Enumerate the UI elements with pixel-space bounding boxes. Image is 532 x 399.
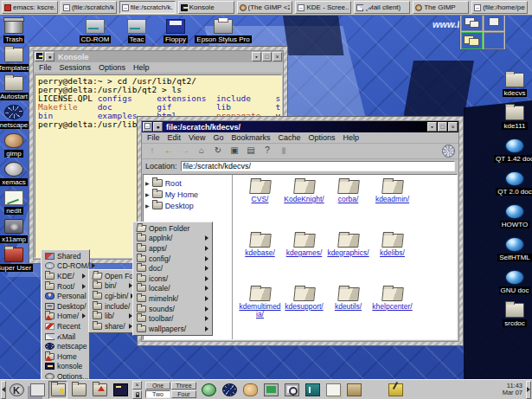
- menu-options[interactable]: Options: [308, 133, 335, 142]
- taskbar-button[interactable]: (Mail client): [354, 1, 410, 14]
- folder-item[interactable]: kdeadmin/: [370, 180, 414, 232]
- menu-item-personal[interactable]: Personal: [42, 291, 88, 301]
- menu-options[interactable]: Options: [99, 63, 125, 72]
- taskbar-button[interactable]: The GIMP: [413, 1, 469, 14]
- pager-desktop-two[interactable]: [461, 32, 483, 49]
- paste-icon[interactable]: ▤: [244, 145, 258, 158]
- help-icon[interactable]: ?: [260, 145, 274, 158]
- help-book-icon[interactable]: [303, 381, 322, 399]
- menu-item-open-folder[interactable]: Open Folder: [90, 271, 135, 281]
- menu-item-lib-[interactable]: lib/: [90, 311, 135, 321]
- menu-item-include-[interactable]: include/: [90, 301, 135, 312]
- taskbar-button[interactable]: file:/scratch/k...: [119, 1, 176, 14]
- menu-sessions[interactable]: Sessions: [60, 63, 92, 72]
- minimize-button[interactable]: ▪: [252, 52, 261, 61]
- menu-help[interactable]: Help: [343, 133, 359, 142]
- menu-item-desktop-[interactable]: Desktop/: [42, 301, 88, 312]
- folder-link[interactable]: CVS/: [252, 196, 269, 203]
- maximize-button[interactable]: □: [262, 52, 272, 61]
- menu-item-recent[interactable]: Recent: [42, 321, 88, 331]
- desktop-icon-srcdoc[interactable]: srcdoc: [489, 303, 532, 327]
- pager-button-three[interactable]: Three: [171, 382, 196, 389]
- folder-item[interactable]: kdelibs/: [370, 234, 414, 286]
- desktop-icon-qt-1-42-doc[interactable]: QT 1.42 doc: [489, 138, 532, 163]
- close-button[interactable]: ×: [448, 122, 458, 132]
- desktop-icon-howto[interactable]: HOWTO: [489, 204, 532, 228]
- window-menu-button[interactable]: [143, 122, 152, 132]
- konsole-icon[interactable]: [111, 381, 130, 399]
- tree-item-desktop[interactable]: ▶Desktop: [145, 200, 230, 211]
- lock-screen-button[interactable]: [132, 390, 142, 399]
- menu-item-open-folder[interactable]: Open Folder: [134, 223, 211, 234]
- pager-button-four[interactable]: Four: [171, 390, 196, 398]
- folder-item[interactable]: kdeutils/: [326, 287, 370, 339]
- pager-button-one[interactable]: One: [145, 382, 170, 389]
- folder-item[interactable]: KodeKnight/: [282, 180, 326, 232]
- folder-link[interactable]: kdeadmin/: [375, 196, 409, 203]
- menu-bookmarks[interactable]: Bookmarks: [231, 133, 270, 142]
- panel-hide-left-button[interactable]: [1, 381, 6, 399]
- taskbar-button[interactable]: (The GIMP <2>): [237, 1, 293, 14]
- menu-view[interactable]: View: [189, 133, 205, 142]
- menu-item-bin-[interactable]: bin/: [90, 281, 135, 292]
- pager-desktop-one[interactable]: [461, 14, 483, 31]
- menu-item-apps-[interactable]: apps/: [134, 243, 211, 254]
- menu-item-wallpapers-[interactable]: wallpapers/: [134, 324, 211, 334]
- menu-item-netscape[interactable]: netscape: [42, 341, 88, 351]
- folder-link[interactable]: kdeutils/: [335, 303, 362, 311]
- location-input[interactable]: [181, 161, 455, 171]
- taskbar-button[interactable]: (file:/home/per...: [471, 1, 528, 14]
- expand-arrow-icon[interactable]: ▶: [145, 203, 150, 209]
- menu-cache[interactable]: Cache: [278, 133, 300, 142]
- maximize-button[interactable]: □: [438, 122, 447, 132]
- folder-item[interactable]: corba/: [326, 180, 370, 232]
- fm-titlebar[interactable]: ● file:/scratch/kdecvs/ ▪ □ ×: [142, 121, 458, 132]
- knotes-icon[interactable]: [324, 381, 343, 399]
- tree-item-root[interactable]: ▶Root: [145, 177, 230, 189]
- close-button[interactable]: ×: [272, 52, 282, 61]
- desktop-icon-kde111[interactable]: kde111: [489, 106, 532, 130]
- menu-item-mimelnk-[interactable]: mimelnk/: [134, 293, 211, 304]
- menu-edit[interactable]: Edit: [168, 133, 182, 142]
- menu-item-root-[interactable]: Root/: [42, 281, 88, 292]
- folder-item[interactable]: kdegraphics/: [326, 234, 370, 286]
- konsole-titlebar[interactable]: ● Konsole ▪ □ ×: [34, 51, 283, 62]
- menu-item-doc-[interactable]: doc/: [134, 263, 211, 274]
- sticky-pin-button[interactable]: ●: [153, 122, 163, 132]
- taskbar-button[interactable]: Konsole: [178, 1, 234, 14]
- home-icon[interactable]: ⌂: [195, 145, 208, 158]
- netscape-icon[interactable]: [220, 381, 239, 399]
- menu-item-kmail[interactable]: KMail: [42, 331, 88, 342]
- menu-item-konsole[interactable]: konsole: [42, 362, 88, 372]
- copy-icon[interactable]: ▣: [228, 145, 241, 158]
- back-icon[interactable]: ←: [162, 145, 176, 158]
- kpackage-icon[interactable]: [344, 381, 363, 399]
- reload-icon[interactable]: ↻: [211, 145, 225, 158]
- desktop-icon-epson-stylus-pro[interactable]: Epson Stylus Pro: [197, 19, 249, 43]
- menu-item-config-[interactable]: config/: [134, 254, 211, 264]
- panel-hide-right-button[interactable]: [526, 381, 531, 399]
- desktop-icon-floppy[interactable]: Floppy: [150, 19, 202, 43]
- folder-item[interactable]: khelpcenter/: [370, 287, 414, 339]
- desktop-icon-kdecvs[interactable]: kdecvs: [489, 73, 532, 97]
- up-icon[interactable]: ↑: [145, 145, 159, 158]
- expand-arrow-icon[interactable]: ▶: [145, 191, 150, 197]
- menu-item-icons-[interactable]: icons/: [134, 274, 211, 284]
- menu-item-share-[interactable]: share/: [90, 321, 135, 331]
- menu-item-home[interactable]: Home: [42, 351, 88, 362]
- menu-go[interactable]: Go: [213, 133, 223, 142]
- menu-item-locale-[interactable]: locale/: [134, 284, 211, 294]
- menu-item-toolbar-[interactable]: toolbar/: [134, 313, 211, 324]
- folder-item[interactable]: kdegames/: [282, 234, 326, 286]
- folder-link[interactable]: kdegames/: [286, 249, 323, 257]
- pager-desktop-four[interactable]: [484, 32, 505, 49]
- kedit-icon[interactable]: [386, 381, 405, 399]
- minimize-button[interactable]: ▪: [427, 122, 437, 132]
- folder-link[interactable]: KodeKnight/: [284, 196, 324, 203]
- menu-item-shared[interactable]: Shared: [42, 251, 88, 261]
- taskbar-button[interactable]: emacs: kscre...: [2, 1, 58, 14]
- folder-link[interactable]: kdelibs/: [380, 249, 405, 257]
- desktop-icon-trash[interactable]: Trash: [0, 19, 40, 43]
- folder-item[interactable]: CVS/: [238, 180, 282, 232]
- menu-item-home-[interactable]: Home/: [42, 312, 88, 322]
